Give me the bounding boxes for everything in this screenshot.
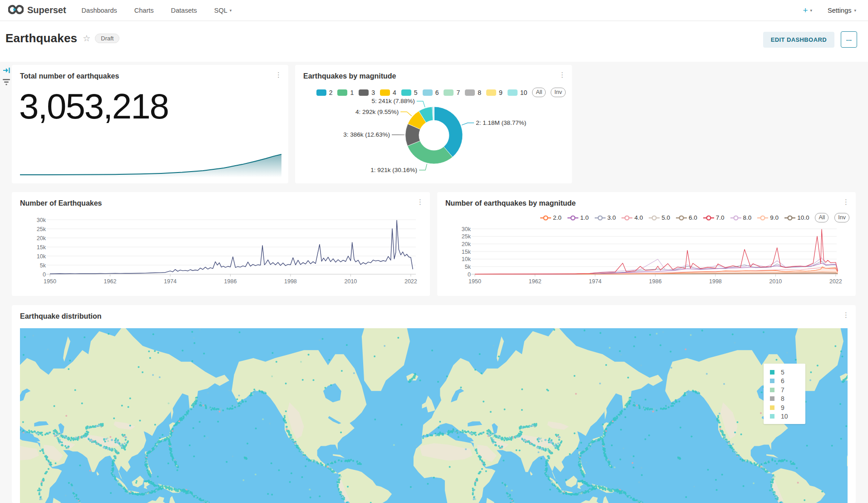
map-legend-row-8[interactable]: 8 bbox=[770, 395, 805, 404]
y-axis-tick-label: 0 bbox=[468, 271, 471, 278]
superset-infinity-icon bbox=[8, 4, 24, 17]
nav-item-label: Datasets bbox=[171, 7, 197, 14]
y-axis-tick-label: 20k bbox=[462, 241, 471, 247]
map-legend-row-6[interactable]: 6 bbox=[770, 377, 805, 386]
favorite-star-icon[interactable]: ☆ bbox=[83, 33, 90, 44]
map-legend-row-7[interactable]: 7 bbox=[770, 385, 805, 395]
top-nav: Superset DashboardsChartsDatasetsSQL▾ + … bbox=[0, 0, 868, 21]
nav-item-label: Charts bbox=[134, 7, 154, 14]
donut-chart[interactable]: 2: 1.18M (38.77%)1: 921k (30.16%)3: 386k… bbox=[295, 65, 572, 183]
nav-item-label: SQL bbox=[214, 7, 227, 14]
nav-item-dashboards[interactable]: Dashboards bbox=[82, 7, 117, 14]
map-legend-swatch bbox=[770, 396, 774, 401]
card-title: Earthquake distribution bbox=[20, 312, 102, 321]
chevron-down-icon: ▾ bbox=[810, 8, 813, 13]
y-axis-tick-label: 10k bbox=[37, 253, 46, 260]
dashboard-header: Earthquakes ☆ Draft EDIT DASHBOARD ... bbox=[0, 21, 868, 62]
x-axis-tick-label: 1986 bbox=[649, 278, 662, 285]
x-axis-tick-label: 1962 bbox=[104, 278, 117, 285]
map-legend-row-5[interactable]: 5 bbox=[770, 368, 805, 377]
card-total-earthquakes: Total number of earthquakes ⋮ 3,053,218 bbox=[12, 65, 288, 183]
chevron-down-icon: ▾ bbox=[854, 8, 856, 13]
donut-callout-label: 3: 386k (12.63%) bbox=[343, 131, 390, 138]
map-legend-label: 5 bbox=[781, 369, 784, 376]
donut-callout-label: 5: 241k (7.88%) bbox=[372, 98, 415, 104]
multi-line-chart[interactable]: 05k10k15k20k25k30k1950196219741986199820… bbox=[437, 192, 856, 296]
map-legend-swatch bbox=[770, 414, 774, 419]
x-axis-tick-label: 1998 bbox=[709, 278, 722, 285]
map-legend-swatch bbox=[770, 388, 774, 392]
map-legend-label: 10 bbox=[781, 413, 788, 420]
x-axis-tick-label: 1986 bbox=[224, 278, 237, 285]
brand-name: Superset bbox=[27, 5, 66, 15]
map-legend-swatch bbox=[770, 405, 774, 410]
nav-item-datasets[interactable]: Datasets bbox=[171, 7, 197, 14]
map-legend-label: 8 bbox=[781, 395, 784, 402]
y-axis-tick-label: 25k bbox=[462, 233, 471, 240]
x-axis-tick-label: 1998 bbox=[284, 278, 297, 285]
card-earthquake-distribution: Earthquake distribution ⋮ 5678910 bbox=[12, 305, 856, 503]
y-axis-tick-label: 5k bbox=[40, 262, 46, 269]
map-legend-label: 6 bbox=[781, 377, 784, 385]
y-axis-tick-label: 15k bbox=[462, 249, 471, 255]
map-magnitude-legend: 5678910 bbox=[764, 364, 805, 424]
map-canvas[interactable] bbox=[20, 328, 848, 503]
new-item-button[interactable]: + ▾ bbox=[803, 5, 812, 15]
card-number-of-earthquakes: Number of Earthquakes ⋮ 05k10k15k20k25k3… bbox=[12, 192, 430, 296]
x-axis-tick-label: 1950 bbox=[44, 278, 56, 285]
donut-callout-label: 2: 1.18M (38.77%) bbox=[476, 119, 526, 126]
ellipsis-icon: ... bbox=[846, 35, 852, 42]
x-axis-tick-label: 1974 bbox=[589, 278, 602, 285]
y-axis-tick-label: 25k bbox=[37, 226, 46, 232]
dashboard-more-button[interactable]: ... bbox=[841, 31, 857, 48]
x-axis-tick-label: 2022 bbox=[404, 278, 417, 285]
card-title: Total number of earthquakes bbox=[20, 72, 119, 80]
y-axis-tick-label: 30k bbox=[462, 226, 471, 232]
y-axis-tick-label: 20k bbox=[37, 235, 46, 242]
nav-item-label: Dashboards bbox=[82, 7, 117, 14]
map-legend-swatch bbox=[770, 370, 774, 375]
y-axis-tick-label: 15k bbox=[37, 244, 46, 251]
x-axis-tick-label: 2010 bbox=[344, 278, 357, 285]
y-axis-tick-label: 5k bbox=[465, 264, 471, 270]
nav-item-charts[interactable]: Charts bbox=[134, 7, 154, 14]
map-legend-label: 7 bbox=[781, 386, 784, 394]
map-legend-label: 9 bbox=[781, 404, 784, 411]
superset-dashboard-page: Superset DashboardsChartsDatasetsSQL▾ + … bbox=[0, 0, 868, 503]
x-axis-tick-label: 1962 bbox=[529, 278, 542, 285]
donut-slice-2[interactable] bbox=[434, 107, 463, 157]
nav-item-sql[interactable]: SQL▾ bbox=[214, 7, 232, 14]
nav-right: + ▾ Settings ▾ bbox=[803, 5, 856, 15]
x-axis-tick-label: 1950 bbox=[469, 278, 481, 285]
card-menu-icon[interactable]: ⋮ bbox=[275, 71, 282, 78]
y-axis-tick-label: 30k bbox=[37, 217, 46, 223]
status-badge: Draft bbox=[95, 34, 119, 43]
donut-callout-label: 4: 292k (9.55%) bbox=[355, 108, 399, 115]
trend-sparkline bbox=[20, 152, 281, 178]
y-axis-tick-label: 10k bbox=[462, 256, 471, 262]
page-title: Earthquakes bbox=[5, 31, 77, 45]
filter-funnel-icon[interactable] bbox=[2, 78, 11, 89]
edit-dashboard-button[interactable]: EDIT DASHBOARD bbox=[763, 32, 834, 48]
donut-callout-label: 1: 921k (30.16%) bbox=[370, 167, 417, 173]
x-axis-tick-label: 1974 bbox=[164, 278, 177, 285]
map-legend-row-10[interactable]: 10 bbox=[770, 412, 805, 421]
map-legend-row-9[interactable]: 9 bbox=[770, 403, 805, 412]
plus-icon: + bbox=[803, 5, 808, 15]
superset-logo[interactable]: Superset bbox=[8, 4, 66, 17]
nav-menu: DashboardsChartsDatasetsSQL▾ bbox=[82, 7, 232, 14]
settings-menu[interactable]: Settings ▾ bbox=[828, 7, 856, 14]
line-chart[interactable]: 05k10k15k20k25k30k1950196219741986199820… bbox=[12, 192, 430, 296]
map-legend-swatch bbox=[770, 379, 774, 383]
big-number-value: 3,053,218 bbox=[19, 86, 168, 127]
x-axis-tick-label: 2010 bbox=[769, 278, 782, 285]
world-map[interactable]: 5678910 bbox=[20, 328, 848, 503]
x-axis-tick-label: 2022 bbox=[829, 278, 842, 285]
settings-label: Settings bbox=[828, 7, 851, 14]
y-axis-tick-label: 0 bbox=[43, 271, 46, 278]
chevron-down-icon: ▾ bbox=[230, 8, 232, 13]
card-earthquakes-by-magnitude-lines: Number of earthquakes by magnitude ⋮ 2.0… bbox=[437, 192, 856, 296]
card-menu-icon[interactable]: ⋮ bbox=[843, 311, 849, 318]
expand-filter-bar-icon[interactable] bbox=[3, 67, 11, 76]
card-earthquakes-by-magnitude-donut: Earthquakes by magnitude ⋮ 21345678910Al… bbox=[295, 65, 572, 183]
